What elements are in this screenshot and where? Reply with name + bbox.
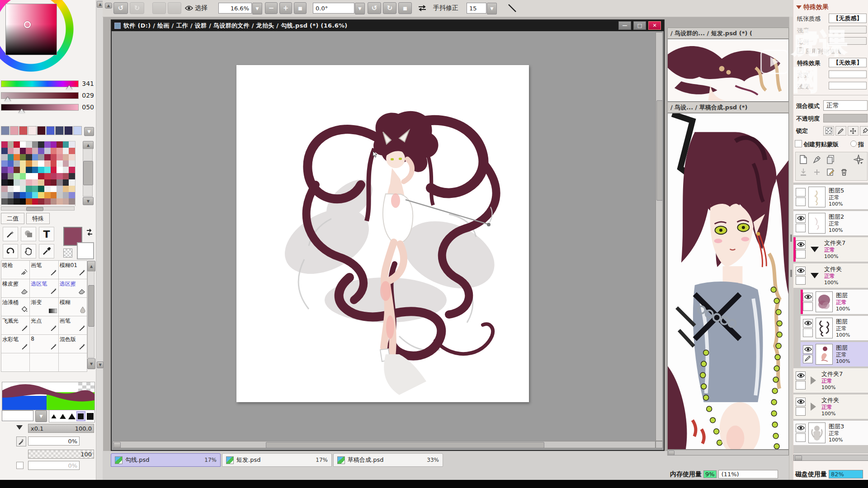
- tip-triangle-medium[interactable]: [58, 411, 67, 421]
- float-window-title-caogao[interactable]: / 鸟设... / 草稿合成.psd (*): [667, 102, 789, 113]
- layer-visibility-toggle[interactable]: [803, 345, 813, 354]
- invert-selection-button[interactable]: [168, 2, 181, 14]
- palette-swatch[interactable]: [69, 186, 75, 192]
- palette-swatch[interactable]: [20, 173, 26, 179]
- min-size-slider[interactable]: 0%: [28, 436, 80, 446]
- duplicate-layer-button[interactable]: [825, 154, 836, 165]
- brush-item[interactable]: 模糊01: [59, 261, 87, 279]
- opacity-slider[interactable]: [823, 114, 868, 122]
- texture-strength-slider[interactable]: [829, 26, 867, 33]
- layer-extra-toggle[interactable]: [796, 433, 806, 442]
- brush-item[interactable]: 喷枪: [1, 261, 29, 279]
- size-dropdown-icon[interactable]: [16, 425, 23, 430]
- clipping-mask-checkbox[interactable]: [795, 140, 802, 147]
- brush-item[interactable]: 油漆桶: [1, 298, 29, 316]
- palette-swatch[interactable]: [26, 141, 32, 148]
- palette-swatch[interactable]: [14, 160, 20, 167]
- param-checkbox[interactable]: [16, 462, 24, 469]
- effect-width-slider[interactable]: [829, 70, 867, 78]
- canvas-hscroll-button[interactable]: [113, 442, 121, 448]
- magic-wand-tool[interactable]: [3, 227, 18, 241]
- palette-swatch[interactable]: [69, 154, 75, 160]
- palette-swatch[interactable]: [32, 173, 38, 179]
- doc-tab-2[interactable]: 短发.psd17%: [222, 453, 332, 467]
- layer-row-folder[interactable]: 文件夹7正常100%: [793, 237, 868, 262]
- float-window-scrollbar[interactable]: [667, 450, 789, 455]
- brush-item[interactable]: 光点: [30, 316, 58, 334]
- deselect-button[interactable]: [152, 2, 166, 14]
- layer-visibility-toggle[interactable]: [796, 188, 806, 197]
- brush-item[interactable]: 画笔: [59, 316, 87, 334]
- palette-swatch[interactable]: [8, 186, 14, 192]
- palette-swatch[interactable]: [44, 192, 51, 198]
- palette-swatch[interactable]: [8, 167, 14, 173]
- recent-color-swatch[interactable]: [46, 126, 55, 135]
- palette-swatch[interactable]: [38, 141, 44, 148]
- brush-scroll-up[interactable]: ▲: [87, 261, 95, 272]
- layer-visibility-toggle[interactable]: [803, 293, 813, 301]
- zoom-dropdown[interactable]: ▼: [252, 3, 262, 14]
- recent-color-swatch[interactable]: [73, 126, 82, 135]
- palette-swatch[interactable]: [44, 167, 51, 173]
- palette-swatch[interactable]: [63, 148, 69, 154]
- layer-extra-toggle[interactable]: [796, 250, 806, 258]
- pin-radio[interactable]: [850, 141, 857, 147]
- recent-color-swatch[interactable]: [37, 126, 46, 135]
- panel-collapse-button[interactable]: ▲: [105, 3, 112, 9]
- lock-pixels-button[interactable]: [835, 126, 846, 136]
- recent-color-swatch[interactable]: [55, 126, 64, 135]
- palette-swatch[interactable]: [38, 192, 44, 198]
- palette-swatch[interactable]: [32, 154, 38, 160]
- brush-scrollbar[interactable]: [87, 271, 94, 358]
- text-tool[interactable]: T: [39, 227, 54, 241]
- palette-swatch[interactable]: [57, 141, 63, 148]
- palette-swatch[interactable]: [32, 148, 38, 154]
- palette-swatch[interactable]: [26, 160, 32, 167]
- layer-row[interactable]: 图层正常100%: [801, 342, 868, 366]
- hue-slider[interactable]: 341: [1, 80, 95, 90]
- palette-swatch[interactable]: [69, 179, 75, 186]
- brush-item-partial[interactable]: [1, 353, 29, 371]
- palette-swatch[interactable]: [20, 192, 26, 198]
- value-slider[interactable]: 050: [1, 103, 95, 113]
- palette-swatch[interactable]: [14, 179, 20, 186]
- palette-swatch[interactable]: [1, 192, 8, 198]
- lock-position-button[interactable]: [848, 126, 859, 136]
- palette-swatch[interactable]: [26, 179, 32, 186]
- palette-swatch[interactable]: [26, 198, 32, 205]
- layer-extra-toggle[interactable]: [796, 276, 806, 285]
- window-minimize-button[interactable]: —: [618, 21, 631, 30]
- palette-swatch[interactable]: [26, 148, 32, 154]
- effect-strength-slider[interactable]: [829, 82, 867, 89]
- palette-swatch[interactable]: [44, 179, 51, 186]
- palette-swatch[interactable]: [57, 173, 63, 179]
- angle-dropdown[interactable]: ▼: [355, 3, 365, 14]
- palette-swatch[interactable]: [63, 186, 69, 192]
- palette-swatch[interactable]: [51, 148, 57, 154]
- brush-size-slider[interactable]: x0.1 100.0: [28, 424, 94, 433]
- delete-layer-button[interactable]: [838, 167, 850, 178]
- palette-swatch[interactable]: [8, 154, 14, 160]
- palette-swatch[interactable]: [8, 198, 14, 205]
- palette-swatch[interactable]: [51, 154, 57, 160]
- canvas-window-titlebar[interactable]: 软件 (D:) / 绘画 / 工作 / 设群 / 鸟设群的文件 / 龙抬头 / …: [112, 20, 664, 31]
- palette-swatch[interactable]: [8, 160, 14, 167]
- zoom-out-button[interactable]: −: [265, 2, 278, 14]
- palette-swatch[interactable]: [63, 173, 69, 179]
- palette-swatch[interactable]: [1, 173, 8, 179]
- paper-texture-select[interactable]: 【无质感】: [829, 14, 867, 23]
- layer-extra-toggle[interactable]: [796, 224, 806, 232]
- tip-triangle-small[interactable]: [49, 411, 58, 421]
- palette-swatch[interactable]: [51, 173, 57, 179]
- saturation-slider[interactable]: 029: [1, 92, 95, 102]
- merge-down-button[interactable]: [797, 167, 809, 178]
- stabilizer-dropdown[interactable]: ▼: [487, 3, 497, 14]
- rotate-reset-button[interactable]: ■: [398, 2, 412, 14]
- palette-swatch[interactable]: [44, 148, 51, 154]
- zoom-field[interactable]: 16.6%: [218, 3, 252, 14]
- palette-swatch[interactable]: [63, 160, 69, 167]
- layer-row-folder[interactable]: 文件夹正常100%: [793, 263, 868, 288]
- value-slider-handle[interactable]: [19, 109, 25, 113]
- layer-row[interactable]: 图层3正常100%: [793, 421, 868, 445]
- brush-item[interactable]: 选区擦: [59, 279, 87, 297]
